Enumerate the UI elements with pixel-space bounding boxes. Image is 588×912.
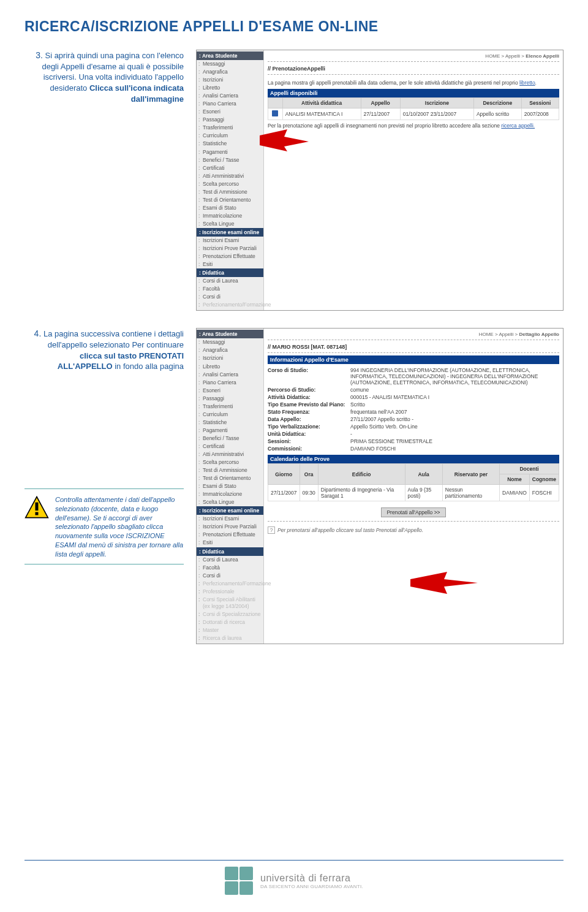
sidebar-item[interactable]: Test di Orientamento (197, 474, 263, 482)
sidebar-item[interactable]: Prenotazioni Effettuate (197, 531, 263, 539)
book-icon[interactable] (272, 110, 278, 116)
table-cell: DAMIANO (500, 485, 530, 501)
sidebar-item[interactable]: Passaggi (197, 395, 263, 403)
detail-value: 000015 - ANALISI MATEMATICA I (350, 394, 559, 400)
sidebar-item[interactable]: Esiti (197, 260, 263, 268)
sidebar-item[interactable]: Immatricolazione (197, 212, 263, 220)
bar-calendario: Calendario delle Prove (268, 455, 559, 463)
sidebar-item[interactable]: Facoltà (197, 285, 263, 293)
sidebar-item[interactable]: Master (197, 626, 263, 634)
detail-row: Percorso di Studio:comune (268, 386, 559, 393)
detail-row: Corso di Studio:994 INGEGNERIA DELL'INFO… (268, 367, 559, 386)
ricerca-appelli-link[interactable]: ricerca appelli. (501, 123, 535, 129)
sidebar-item[interactable]: Corsi di Laurea (197, 277, 263, 285)
sidebar-item[interactable]: Corsi di (197, 293, 263, 301)
libretto-link[interactable]: libretto (519, 80, 535, 86)
sidenav-header-iscr: : Iscrizione esami online (197, 228, 263, 237)
detail-key: Tipo Verbalizzazione: (268, 424, 350, 430)
sidebar-item[interactable]: Immatricolazione (197, 490, 263, 498)
sidebar-item[interactable]: Scelta percorso (197, 180, 263, 188)
table-cell: 01/10/2007 23/11/2007 (400, 108, 473, 120)
sidebar-item[interactable]: Scelta Lingue (197, 220, 263, 228)
sidebar-item[interactable]: Libretto (197, 363, 263, 371)
sidebar-item[interactable]: Benefici / Tasse (197, 435, 263, 443)
sidebar-item[interactable]: Test di Orientamento (197, 196, 263, 204)
sidebar-item[interactable]: Statistiche (197, 419, 263, 427)
sidebar-item[interactable]: Libretto (197, 84, 263, 92)
sidebar-item[interactable]: Curriculum (197, 411, 263, 419)
sidebar-item[interactable]: Iscrizioni (197, 354, 263, 362)
table-header (268, 98, 283, 108)
sidebar-item[interactable]: Iscrizioni Prove Parziali (197, 523, 263, 531)
table-header: Nome (500, 474, 530, 485)
sidebar-item[interactable]: Messaggi (197, 60, 263, 68)
sidebar-item[interactable]: Atti Amministrativi (197, 172, 263, 180)
sidebar-item[interactable]: Piano Carriera (197, 100, 263, 108)
sidebar-item[interactable]: Iscrizioni Prove Parziali (197, 245, 263, 253)
sidebar-item[interactable]: Facoltà (197, 564, 263, 572)
sidebar-item[interactable]: Iscrizioni Esami (197, 237, 263, 245)
sidebar-item[interactable]: Corsi Speciali Abilitanti (ex legge 143/… (197, 596, 263, 610)
detail-value: comune (350, 387, 559, 393)
sidebar-item[interactable]: Iscrizioni Esami (197, 515, 263, 523)
detail-value: 994 INGEGNERIA DELL'INFORMAZIONE (AUTOMA… (350, 367, 559, 386)
sidebar-item[interactable]: Ricerca di laurea (197, 634, 263, 642)
sidebar-item[interactable]: Iscrizioni (197, 76, 263, 84)
table-header: Cognome (529, 474, 559, 485)
sidebar-item[interactable]: Scelta Lingue (197, 498, 263, 506)
sidebar-item[interactable]: Prenotazioni Effettuate (197, 253, 263, 260)
sidebar-item[interactable]: Anagrafica (197, 68, 263, 76)
sidebar-item[interactable]: Esami di Stato (197, 482, 263, 490)
sidenav: : Area Studente MessaggiAnagraficaIscriz… (197, 50, 264, 310)
sidebar-item[interactable]: Perfezionamento/Formazione (197, 580, 263, 588)
sidebar-item[interactable]: Scelta percorso (197, 458, 263, 466)
bar-appelli-disponibili: Appelli disponibili (268, 89, 559, 97)
sidebar-item[interactable]: Analisi Carriera (197, 92, 263, 100)
sidebar-item[interactable]: Curriculum (197, 132, 263, 140)
sidebar-item[interactable]: Trasferimenti (197, 124, 263, 132)
table-cell: 09:30 (300, 485, 318, 501)
sidebar-item[interactable]: Esiti (197, 539, 263, 547)
sidebar-item[interactable]: Esami di Stato (197, 204, 263, 212)
prenotati-button[interactable]: Prenotati all'Appello >> (381, 507, 445, 517)
detail-row: Stato Frequenza:frequentata nell'AA 2007 (268, 408, 559, 416)
sidebar-item[interactable]: Statistiche (197, 140, 263, 148)
sidebar-item[interactable]: Esoneri (197, 108, 263, 116)
sidebar-item[interactable]: Passaggi (197, 116, 263, 124)
detail-key: Corso di Studio: (268, 367, 350, 386)
sidenav-header-area: : Area Studente (197, 51, 263, 60)
sidebar-item[interactable]: Piano Carriera (197, 379, 263, 387)
table-cell: 2007/2008 (521, 108, 559, 120)
step3-body-b: Clicca sull'icona indicata dall'immagine (89, 83, 184, 104)
sidebar-item[interactable]: Test di Ammissione (197, 188, 263, 196)
svg-rect-3 (36, 512, 39, 515)
sidebar-item[interactable]: Anagrafica (197, 346, 263, 354)
section-step-3: 3. Si aprirà quindi una pagina con l'ele… (24, 50, 564, 311)
step4-body-c: in fondo alla pagina (115, 362, 184, 371)
sidebar-item[interactable]: Trasferimenti (197, 403, 263, 411)
sidebar-item[interactable]: Atti Amministrativi (197, 450, 263, 458)
warning-text: Controlla attentamente i dati dell'appel… (55, 495, 184, 559)
sidebar-item[interactable]: Dottorati di ricerca (197, 618, 263, 626)
sidebar-item[interactable]: Perfezionamento/Formazione (197, 301, 263, 309)
page-title: RICERCA/ISCRIZIONE APPELLI D'ESAME ON-LI… (24, 18, 564, 35)
sidebar-item[interactable]: Pagamenti (197, 427, 263, 435)
sidebar-item[interactable]: Corsi di (197, 572, 263, 580)
sidebar-item[interactable]: Benefici / Tasse (197, 156, 263, 164)
table-header: Edificio (318, 464, 405, 485)
sidebar-item[interactable]: Test di Ammissione (197, 466, 263, 474)
sidebar-item[interactable]: Corsi di Specializzazione (197, 610, 263, 618)
sidebar-item[interactable]: Messaggi (197, 338, 263, 346)
table-cell[interactable] (268, 108, 283, 120)
detail-key: Data Appello: (268, 416, 350, 422)
sidebar-item[interactable]: Analisi Carriera (197, 371, 263, 379)
table-header: Descrizione (473, 98, 521, 108)
sidebar-item[interactable]: Certificati (197, 164, 263, 172)
table-header: Iscrizione (400, 98, 473, 108)
sidebar-item[interactable]: Professionale (197, 588, 263, 596)
sidebar-item[interactable]: Esoneri (197, 387, 263, 395)
sidebar-item[interactable]: Pagamenti (197, 148, 263, 156)
sidebar-item[interactable]: Corsi di Laurea (197, 556, 263, 564)
sidenav-header-did: : Didattica (197, 268, 263, 277)
sidebar-item[interactable]: Certificati (197, 443, 263, 450)
